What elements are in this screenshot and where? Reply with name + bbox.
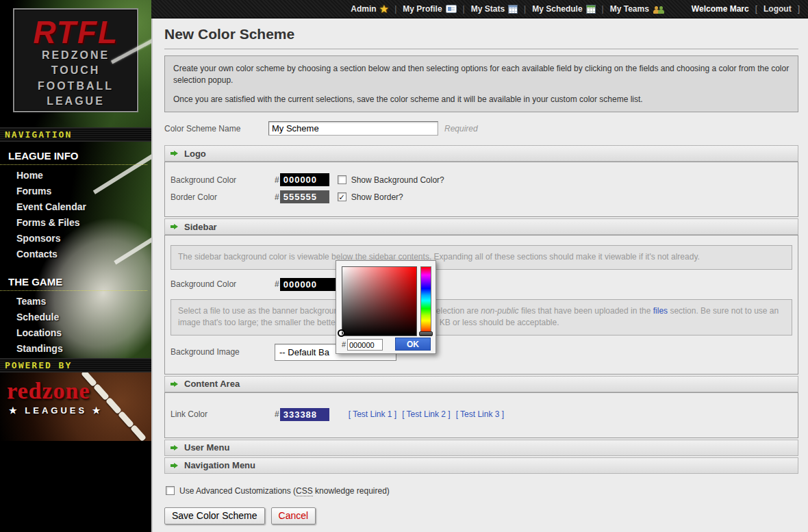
menu-my-stats[interactable]: My Stats xyxy=(471,4,518,14)
menu-my-stats-label: My Stats xyxy=(471,4,505,14)
menu-separator: | xyxy=(524,4,526,14)
note-fragment: image that's too large; the smaller the … xyxy=(178,318,338,327)
note-fragment: KB or less should be acceptable. xyxy=(440,318,559,327)
sidebar-item-sponsors[interactable]: Sponsors xyxy=(0,231,151,246)
hue-slider[interactable] xyxy=(420,266,431,335)
sidebar-nav: LEAGUE INFO Home Forums Event Calendar F… xyxy=(0,142,151,358)
files-link[interactable]: files xyxy=(653,306,668,316)
note-fragment: selection are xyxy=(432,306,481,316)
nav-section-league-info: LEAGUE INFO xyxy=(0,147,147,165)
hash-prefix: # xyxy=(275,409,279,419)
league-logo-line: TOUCH xyxy=(14,63,137,78)
checkbox-label: Show Border? xyxy=(351,192,403,202)
menu-admin-label: Admin xyxy=(351,4,376,14)
note-fragment-italic: non-public xyxy=(481,306,518,316)
menu-separator: | xyxy=(394,4,396,14)
field-label: Background Image xyxy=(171,347,275,357)
sidebar-item-event-calendar[interactable]: Event Calendar xyxy=(0,199,151,215)
hash-prefix: # xyxy=(275,192,279,202)
note-fragment: section. Be sure not to use an xyxy=(668,306,779,316)
redzone-leagues-logo[interactable]: redzone xyxy=(7,379,90,403)
section-title: Navigation Menu xyxy=(184,460,255,470)
section-header-logo[interactable]: Logo xyxy=(164,145,798,162)
star-icon: ★ xyxy=(380,4,389,14)
menu-my-schedule[interactable]: My Schedule xyxy=(532,4,595,14)
scheme-name-label: Color Scheme Name xyxy=(164,124,268,134)
group-icon xyxy=(653,5,665,14)
sidebar-item-forums[interactable]: Forums xyxy=(0,183,151,199)
logout-bracket-close: ] xyxy=(798,4,800,14)
use-advanced-customizations-checkbox[interactable] xyxy=(166,486,175,495)
sidebar-item-home[interactable]: Home xyxy=(0,168,151,183)
form-buttons: Save Color Scheme Cancel xyxy=(164,507,798,524)
color-cursor[interactable] xyxy=(338,329,345,337)
link-color-swatch[interactable]: 333388 xyxy=(280,408,329,421)
show-border-checkbox[interactable]: ✓ xyxy=(338,192,346,201)
color-picker-popup: # OK xyxy=(336,260,436,354)
logo-bg-color-swatch[interactable]: 000000 xyxy=(280,173,329,186)
section-header-sidebar[interactable]: Sidebar xyxy=(164,218,798,235)
sidebar-item-teams[interactable]: Teams xyxy=(0,294,151,309)
menu-separator: | xyxy=(602,4,604,14)
test-link-2[interactable]: [ Test Link 2 ] xyxy=(402,409,450,419)
calendar-icon xyxy=(586,5,596,14)
league-logo-line: LEAGUE xyxy=(14,94,137,109)
logo-border-color-swatch[interactable]: 555555 xyxy=(280,190,329,203)
checkbox-label: Show Background Color? xyxy=(351,175,444,185)
hue-slider-handle[interactable] xyxy=(419,331,433,336)
sidebar-bg-color-swatch[interactable]: 000000 xyxy=(280,278,338,291)
section-header-user-menu[interactable]: User Menu xyxy=(164,440,798,456)
go-arrow-icon xyxy=(171,224,178,229)
nav-section-the-game: THE GAME xyxy=(0,273,147,291)
main-content: New Color Scheme Create your own color s… xyxy=(153,18,808,532)
test-link-3[interactable]: [ Test Link 3 ] xyxy=(456,409,504,419)
saturation-value-square[interactable] xyxy=(342,266,417,336)
advanced-customizations-row: Use Advanced Customizations (CSS knowled… xyxy=(164,486,798,496)
menu-my-teams-label: My Teams xyxy=(610,4,649,14)
section-title: Logo xyxy=(184,149,206,159)
section-header-navigation-menu[interactable]: Navigation Menu xyxy=(164,457,798,474)
vcard-icon xyxy=(446,5,457,13)
field-label: Background Color xyxy=(171,175,275,185)
league-logo[interactable]: RTFL REDZONE TOUCH FOOTBALL LEAGUE xyxy=(13,8,138,112)
menu-separator: | xyxy=(463,4,465,14)
intro-paragraph: Create your own color scheme by choosing… xyxy=(173,63,790,86)
logout-link[interactable]: Logout xyxy=(763,4,792,14)
test-link-1[interactable]: [ Test Link 1 ] xyxy=(349,409,396,419)
show-background-color-checkbox[interactable] xyxy=(338,175,346,184)
note-fragment: Select a file to use as the banner backg… xyxy=(178,306,343,316)
go-arrow-icon xyxy=(171,463,178,468)
picker-ok-button[interactable]: OK xyxy=(395,338,431,351)
section-header-content-area[interactable]: Content Area xyxy=(164,376,798,392)
menu-my-teams[interactable]: My Teams xyxy=(610,4,665,14)
intro-box: Create your own color scheme by choosing… xyxy=(164,55,798,112)
hash-prefix: # xyxy=(275,279,279,289)
powered-by-logo-area: redzone ★ LEAGUES ★ xyxy=(0,372,151,441)
section-body-content-area: Link Color # 333388 [ Test Link 1 ] [ Te… xyxy=(164,392,798,438)
sidebar-item-statistics[interactable]: Statistics xyxy=(0,357,151,358)
go-arrow-icon xyxy=(171,151,178,156)
advanced-label: Use Advanced Customizations (CSS knowled… xyxy=(179,486,390,496)
navigation-strip: NAVIGATION xyxy=(0,127,151,142)
menu-my-schedule-label: My Schedule xyxy=(532,4,582,14)
logout-bracket-open: [ xyxy=(755,4,757,14)
league-logo-line: FOOTBALL xyxy=(14,79,137,94)
go-arrow-icon xyxy=(171,445,178,451)
css-abbr: CSS xyxy=(296,486,313,496)
scheme-name-input[interactable] xyxy=(268,121,438,136)
save-color-scheme-button[interactable]: Save Color Scheme xyxy=(164,507,265,524)
menu-my-profile[interactable]: My Profile xyxy=(403,4,456,14)
scheme-name-row: Color Scheme Name Required xyxy=(164,121,798,136)
menu-admin[interactable]: Admin ★ xyxy=(351,4,388,14)
sidebar-item-standings[interactable]: Standings xyxy=(0,341,151,357)
sidebar-item-forms-files[interactable]: Forms & Files xyxy=(0,215,151,231)
sidebar-item-contacts[interactable]: Contacts xyxy=(0,246,151,262)
picker-hex-input[interactable] xyxy=(347,339,383,351)
sidebar-item-locations[interactable]: Locations xyxy=(0,325,151,341)
sidebar-item-schedule[interactable]: Schedule xyxy=(0,309,151,325)
section-body-sidebar: The sidebar background color is viewable… xyxy=(164,235,798,374)
page: Admin ★ | My Profile | My Stats | My Sch… xyxy=(0,0,808,532)
cancel-button[interactable]: Cancel xyxy=(271,507,316,524)
redzone-leagues-sub: ★ LEAGUES ★ xyxy=(9,405,103,416)
sidebar-logo-area: RTFL REDZONE TOUCH FOOTBALL LEAGUE xyxy=(0,0,151,127)
